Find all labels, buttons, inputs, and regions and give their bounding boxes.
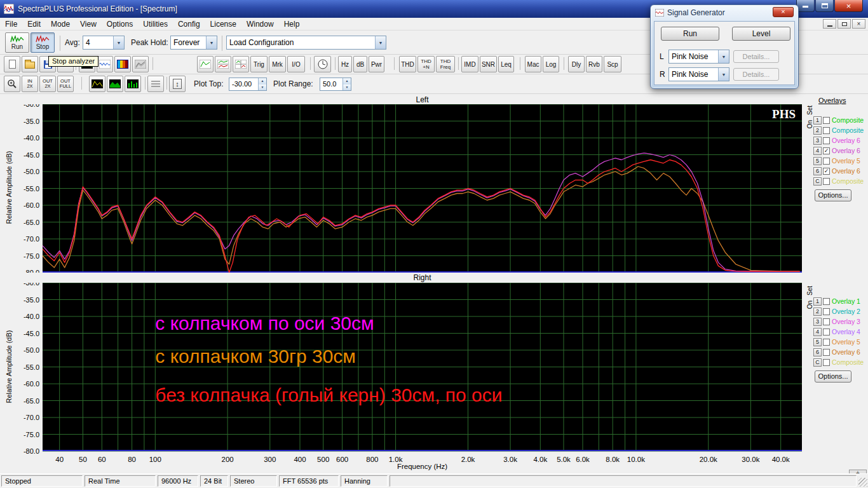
grid-lines-button[interactable] <box>147 76 164 92</box>
spin-up-icon[interactable]: ▲ <box>343 78 351 85</box>
spin-down-icon[interactable]: ▼ <box>259 85 266 91</box>
run-button[interactable]: Run <box>5 32 29 53</box>
macro-button[interactable]: Mac <box>525 56 541 72</box>
zoom-out-full-button[interactable]: OUTFULL <box>57 76 74 92</box>
stop-button[interactable]: Stop <box>31 32 55 53</box>
surface-view-button[interactable] <box>132 56 149 72</box>
right-details-button[interactable]: Details... <box>733 68 779 81</box>
generator-run-button[interactable]: Run <box>661 27 719 41</box>
overlay-on-checkbox[interactable] <box>823 339 830 346</box>
overlay-set-button[interactable]: 4 <box>813 147 822 155</box>
leq-button[interactable]: Leq <box>498 56 514 72</box>
overlay-on-checkbox[interactable]: ✓ <box>823 168 830 175</box>
signal-generator-window[interactable]: Signal Generator × Run Level L Pink Nois… <box>650 4 799 89</box>
log-button[interactable]: Log <box>543 56 559 72</box>
delay-button[interactable]: Dly <box>568 56 585 72</box>
overlays-header[interactable]: Overlays <box>818 97 867 104</box>
overlay-on-checkbox[interactable] <box>823 349 830 356</box>
reverb-button[interactable]: Rvb <box>586 56 602 72</box>
trigger-button[interactable]: Trig <box>250 56 268 72</box>
signal-generator-titlebar[interactable]: Signal Generator × <box>651 5 798 20</box>
overlay-set-button[interactable]: C <box>813 177 822 186</box>
menu-options[interactable]: Options <box>102 18 138 30</box>
overlay-set-button[interactable]: 2 <box>813 308 822 316</box>
overlay-on-checkbox[interactable] <box>823 308 830 315</box>
menu-view[interactable]: View <box>75 18 102 30</box>
overlay-on-checkbox[interactable] <box>823 178 830 185</box>
peak-hold-combo[interactable]: Forever ▼ <box>170 36 217 50</box>
peak-hold-display-button[interactable] <box>89 76 105 92</box>
layout-single-button[interactable] <box>197 56 214 72</box>
chevron-down-icon[interactable]: ▼ <box>113 36 124 49</box>
overlay-set-button[interactable]: 1 <box>813 116 822 125</box>
overlay-set-button[interactable]: 4 <box>813 328 822 336</box>
overlays-options-button[interactable]: Options... <box>815 370 851 383</box>
mdi-restore-button[interactable] <box>837 19 851 29</box>
thd-n-button[interactable]: THD+N <box>417 56 435 72</box>
left-details-button[interactable]: Details... <box>733 50 779 63</box>
overlay-on-checkbox[interactable] <box>823 127 830 134</box>
menu-window[interactable]: Window <box>241 18 279 30</box>
maximize-button[interactable] <box>815 0 834 12</box>
close-button[interactable]: × <box>834 0 863 12</box>
mdi-minimize-button[interactable] <box>823 19 836 29</box>
fill-display-button[interactable] <box>107 76 123 92</box>
menu-config[interactable]: Config <box>173 18 205 30</box>
marker-button[interactable]: Mrk <box>269 56 286 72</box>
left-signal-combo[interactable]: Pink Noise ▼ <box>668 50 729 64</box>
chevron-down-icon[interactable]: ▼ <box>206 36 217 49</box>
avg-combo[interactable]: 4 ▼ <box>83 36 125 50</box>
overlay-set-button[interactable]: 1 <box>813 297 822 306</box>
menu-mode[interactable]: Mode <box>46 18 75 30</box>
imd-button[interactable]: IMD <box>461 56 478 72</box>
overlay-on-checkbox[interactable]: ✓ <box>823 147 830 154</box>
spin-up-icon[interactable]: ▲ <box>259 78 266 85</box>
zoom-in-2x-button[interactable]: IN2X <box>22 76 38 92</box>
overlay-set-button[interactable]: 5 <box>813 157 822 165</box>
io-button[interactable]: I/O <box>287 56 305 72</box>
thd-button[interactable]: THD <box>399 56 416 72</box>
chevron-down-icon[interactable]: ▼ <box>718 68 729 81</box>
plot-top-spinbox[interactable]: -30.00 ▲ ▼ <box>229 78 267 91</box>
overlay-on-checkbox[interactable] <box>823 318 830 325</box>
overlay-set-button[interactable]: 5 <box>813 338 822 346</box>
snr-button[interactable]: SNR <box>480 56 497 72</box>
zoom-in-button[interactable] <box>4 76 20 92</box>
autoscale-button[interactable]: ↕ <box>169 76 186 92</box>
generator-level-button[interactable]: Level <box>732 27 790 41</box>
overlay-on-checkbox[interactable] <box>823 359 830 366</box>
layout-quad-button[interactable] <box>233 56 249 72</box>
left-plot[interactable]: -30.0-35.0-40.0-45.0-50.0-55.0-60.0-65.0… <box>19 104 802 273</box>
overlay-set-button[interactable]: 6 <box>813 348 822 356</box>
right-plot[interactable]: -30.0-35.0-40.0-45.0-50.0-55.0-60.0-65.0… <box>19 283 802 466</box>
overlay-on-checkbox[interactable] <box>823 298 830 305</box>
new-file-button[interactable] <box>4 56 20 72</box>
hz-button[interactable]: Hz <box>338 56 352 72</box>
spectrogram-view-button[interactable] <box>114 56 131 72</box>
db-button[interactable]: dB <box>353 56 367 72</box>
menu-edit[interactable]: Edit <box>22 18 46 30</box>
overlay-on-checkbox[interactable] <box>823 137 830 144</box>
open-file-button[interactable] <box>22 56 38 72</box>
zoom-out-2x-button[interactable]: OUT2X <box>39 76 56 92</box>
chevron-down-icon[interactable]: ▼ <box>718 50 729 63</box>
overlay-on-checkbox[interactable] <box>823 158 830 165</box>
scope-button[interactable]: Scp <box>604 56 621 72</box>
phase-meter-button[interactable] <box>314 56 331 72</box>
menu-license[interactable]: License <box>205 18 241 30</box>
menu-utilities[interactable]: Utilities <box>138 18 173 30</box>
overlays-options-button[interactable]: Options... <box>815 189 851 201</box>
overlay-set-button[interactable]: 6 <box>813 167 822 175</box>
right-signal-combo[interactable]: Pink Noise ▼ <box>668 67 729 81</box>
time-series-view-button[interactable] <box>97 56 113 72</box>
pwr-button[interactable]: Pwr <box>369 56 384 72</box>
overlay-on-checkbox[interactable] <box>823 329 830 336</box>
overlay-set-button[interactable]: 2 <box>813 126 822 135</box>
menu-help[interactable]: Help <box>279 18 305 30</box>
menu-file[interactable]: File <box>0 18 22 30</box>
overlay-set-button[interactable]: 3 <box>813 137 822 145</box>
mdi-close-button[interactable]: × <box>852 19 865 29</box>
overlay-set-button[interactable]: 3 <box>813 318 822 326</box>
thd-freq-button[interactable]: THDFreq <box>436 56 455 72</box>
minimize-button[interactable] <box>796 0 815 12</box>
